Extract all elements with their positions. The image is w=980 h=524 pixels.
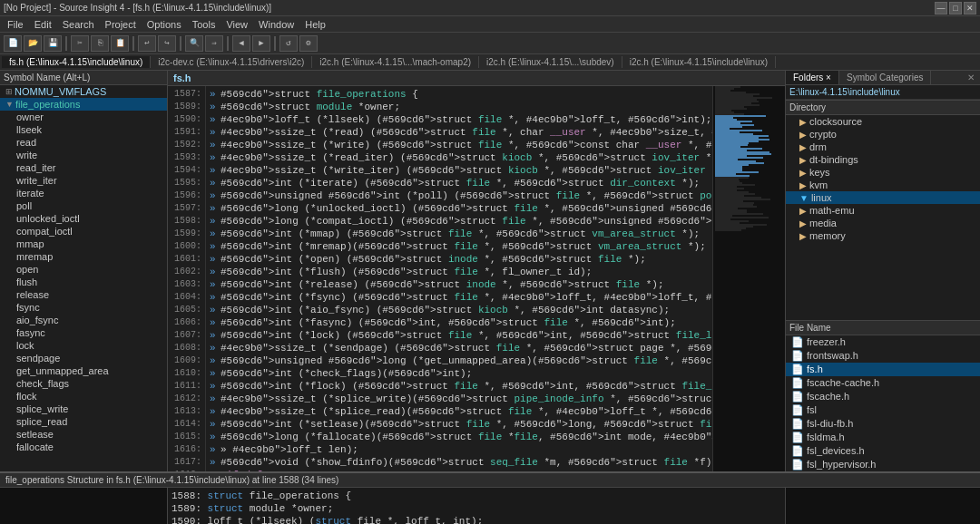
- toolbar-btn-paste[interactable]: 📋: [111, 35, 129, 52]
- toolbar-btn-redo[interactable]: ↪: [158, 35, 176, 52]
- folder-item-clocksource[interactable]: ▶ clocksource: [786, 115, 980, 128]
- tree-item-unlocked-ioctl[interactable]: unlocked_ioctl: [0, 212, 167, 225]
- line-number: 1596:: [172, 189, 201, 202]
- line-arrow: »: [210, 266, 217, 278]
- folder-label: memory: [809, 230, 846, 241]
- tree-item-mmap[interactable]: mmap: [0, 238, 167, 250]
- menu-item-project[interactable]: Project: [100, 19, 142, 30]
- tab-4[interactable]: i2c.h (E:\linux-4.1.15\include\linux): [622, 56, 776, 68]
- tab-folders[interactable]: Folders ×: [786, 71, 839, 84]
- toolbar-btn-findnext[interactable]: ⇒: [205, 35, 223, 52]
- tree-item-lock[interactable]: lock: [0, 339, 167, 352]
- minimize-btn[interactable]: —: [935, 2, 947, 15]
- tree-item-label: write: [16, 150, 37, 160]
- file-label: fs.h: [807, 364, 823, 374]
- left-panel: Symbol Name (Alt+L) ⊞ NOMMU_VMFLAGS▼ fil…: [0, 71, 168, 471]
- toolbar-btn-forward[interactable]: ▶: [252, 35, 270, 52]
- tab-3[interactable]: i2c.h (E:\linux-4.1.15\...\subdev): [479, 56, 622, 68]
- tree-item-read-iter[interactable]: read_iter: [0, 161, 167, 174]
- file-item-fsl_devices-h[interactable]: 📄 fsl_devices.h: [786, 444, 980, 458]
- toolbar-btn-sync[interactable]: ↺: [279, 35, 298, 52]
- menu-item-file[interactable]: File: [2, 19, 29, 30]
- tree-item-release[interactable]: release: [0, 288, 167, 301]
- folder-item-drm[interactable]: ▶ drm: [786, 141, 980, 153]
- tree-item-fallocate[interactable]: fallocate: [0, 441, 167, 453]
- tree-item-splice-read[interactable]: splice_read: [0, 415, 167, 428]
- file-item-fsl-diu-fb-h[interactable]: 📄 fsl-diu-fb.h: [786, 417, 980, 431]
- tree-item-owner[interactable]: owner: [0, 111, 167, 123]
- tab-0[interactable]: fs.h (E:\linux-4.1.15\include\linux): [2, 56, 151, 68]
- tree-item-file-operations[interactable]: ▼ file_operations: [0, 98, 167, 111]
- close-btn[interactable]: ✕: [964, 2, 976, 15]
- line-text: #4ec9b0">ssize_t (*read_iter) (#569cd6">…: [220, 151, 712, 164]
- menu-item-help[interactable]: Help: [299, 19, 331, 30]
- file-item-fsldma-h[interactable]: 📄 fsldma.h: [786, 431, 980, 444]
- toolbar-btn-save[interactable]: 💾: [44, 35, 62, 52]
- tree-item-iterate[interactable]: iterate: [0, 187, 167, 199]
- folder-item-dt-bindings[interactable]: ▶ dt-bindings: [786, 153, 980, 166]
- folder-item-crypto[interactable]: ▶ crypto: [786, 128, 980, 141]
- tree-item-mremap[interactable]: mremap: [0, 250, 167, 263]
- toolbar-btn-open[interactable]: 📂: [24, 35, 42, 52]
- file-item-fscache-cache-h[interactable]: 📄 fscache-cache.h: [786, 376, 980, 390]
- file-item-fsl[interactable]: 📄 fsl: [786, 403, 980, 417]
- tab-symbol-categories[interactable]: Symbol Categories: [839, 71, 931, 84]
- menu-item-edit[interactable]: Edit: [29, 19, 57, 30]
- tab-1[interactable]: i2c-dev.c (E:\linux-4.1.15\drivers\i2c): [151, 56, 312, 68]
- tree-item-compat-ioctl[interactable]: compat_ioctl: [0, 225, 167, 238]
- code-scroll[interactable]: 1587:1589:1590:1591:1592:1593:1594:1595:…: [168, 86, 785, 471]
- toolbar-btn-back[interactable]: ◀: [232, 35, 250, 52]
- right-panel-close[interactable]: ✕: [962, 73, 980, 82]
- folder-item-keys[interactable]: ▶ keys: [786, 166, 980, 179]
- tree-item-flock[interactable]: flock: [0, 390, 167, 403]
- toolbar-btn-new[interactable]: 📄: [4, 35, 22, 52]
- code-content[interactable]: »#569cd6">struct file_operations {» #569…: [206, 86, 712, 471]
- tree-item-sendpage[interactable]: sendpage: [0, 352, 167, 364]
- tree-item-fasync[interactable]: fasync: [0, 326, 167, 339]
- code-line: » #569cd6">int (*fsync) (#569cd6">struct…: [210, 291, 709, 304]
- maximize-btn[interactable]: □: [949, 2, 962, 15]
- toolbar-btn-undo[interactable]: ↩: [138, 35, 156, 52]
- menu-item-search[interactable]: Search: [57, 19, 100, 30]
- tree-item-aio-fsync[interactable]: aio_fsync: [0, 314, 167, 326]
- code-area: fs.h 1587:1589:1590:1591:1592:1593:1594:…: [168, 71, 785, 471]
- folder-item-math-emu[interactable]: ▶ math-emu: [786, 204, 980, 217]
- menu-item-tools[interactable]: Tools: [187, 19, 221, 30]
- toolbar-btn-find[interactable]: 🔍: [185, 35, 203, 52]
- folder-item-memory[interactable]: ▶ memory: [786, 229, 980, 242]
- tree-item-nommu-vmflags[interactable]: ⊞ NOMMU_VMFLAGS: [0, 85, 167, 98]
- file-item-freezer-h[interactable]: 📄 freezer.h: [786, 335, 980, 349]
- toolbar-btn-copy[interactable]: ⎘: [91, 35, 109, 52]
- tree-item-write[interactable]: write: [0, 149, 167, 161]
- symbol-name-bar[interactable]: Symbol Name (Alt+L): [0, 71, 167, 85]
- folder-item-kvm[interactable]: ▶ kvm: [786, 179, 980, 191]
- file-item-frontswap-h[interactable]: 📄 frontswap.h: [786, 349, 980, 363]
- tree-item-write-iter[interactable]: write_iter: [0, 174, 167, 187]
- folder-item-media[interactable]: ▶ media: [786, 217, 980, 229]
- menu-item-window[interactable]: Window: [253, 19, 299, 30]
- tree-item-label: write_iter: [16, 175, 57, 186]
- tree-item-get-unmapped-area[interactable]: get_unmapped_area: [0, 364, 167, 377]
- file-item-fscache-h[interactable]: 📄 fscache.h: [786, 390, 980, 403]
- tree-item-read[interactable]: read: [0, 136, 167, 149]
- file-item-fs-h[interactable]: 📄 fs.h: [786, 363, 980, 376]
- line-number: 1592:: [172, 139, 201, 151]
- tree-item-fsync[interactable]: fsync: [0, 301, 167, 314]
- tree-item-poll[interactable]: poll: [0, 199, 167, 212]
- bottom-panel: file_operations Structure in fs.h (E:\li…: [0, 471, 980, 524]
- toolbar-btn-cut[interactable]: ✂: [71, 35, 89, 52]
- tree-item-check-flags[interactable]: check_flags: [0, 377, 167, 390]
- tree-item-open[interactable]: open: [0, 263, 167, 276]
- menu-item-view[interactable]: View: [220, 19, 253, 30]
- folder-item-linux[interactable]: ▼ linux: [786, 191, 980, 204]
- toolbar-btn-build[interactable]: ⚙: [299, 35, 318, 52]
- tree-item-splice-write[interactable]: splice_write: [0, 403, 167, 415]
- file-item-fsl_hypervisor-h[interactable]: 📄 fsl_hypervisor.h: [786, 458, 980, 471]
- line-number: 1589:: [172, 101, 201, 113]
- line-number: 1600:: [172, 240, 201, 253]
- menu-item-options[interactable]: Options: [142, 19, 187, 30]
- tree-item-llseek[interactable]: llseek: [0, 123, 167, 136]
- tree-item-setlease[interactable]: setlease: [0, 428, 167, 441]
- tree-item-flush[interactable]: flush: [0, 276, 167, 288]
- tab-2[interactable]: i2c.h (E:\linux-4.1.15\...\mach-omap2): [312, 56, 479, 68]
